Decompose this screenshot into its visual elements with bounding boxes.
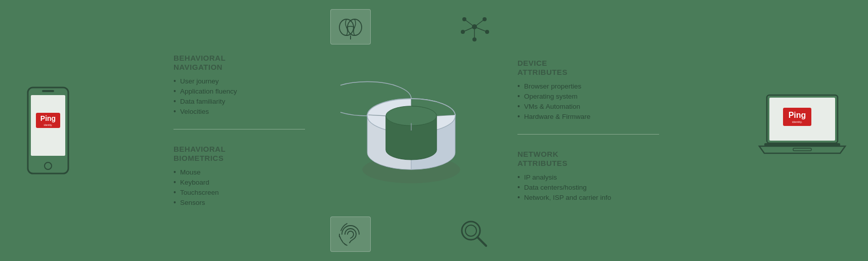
svg-point-30 <box>465 225 476 236</box>
list-item: Touchscreen <box>173 187 305 197</box>
list-item: Operating system <box>517 91 659 101</box>
laptop-device: Ping identity. <box>757 93 848 168</box>
list-item: Keyboard <box>173 177 305 187</box>
device-attributes-list: Browser properties Operating system VMs … <box>517 81 659 121</box>
svg-text:Ping: Ping <box>40 114 56 122</box>
svg-line-19 <box>463 27 474 32</box>
bottom-icons-row <box>315 216 507 252</box>
behavioral-navigation-title: BEHAVIORAL NAVIGATION <box>173 54 305 72</box>
network-attributes-list: IP analysis Data centers/hosting Network… <box>517 172 659 202</box>
right-divider <box>517 134 659 135</box>
list-item: Sensors <box>173 197 305 207</box>
behavioral-biometrics-list: Mouse Keyboard Touchscreen Sensors <box>173 167 305 207</box>
device-attributes-section: DEVICE ATTRIBUTES Browser properties Ope… <box>517 59 659 121</box>
behavioral-biometrics-title: BEHAVIORAL BIOMETRICS <box>173 145 305 163</box>
center-diagram <box>315 39 507 222</box>
list-item: IP analysis <box>517 172 659 182</box>
svg-point-2 <box>45 162 52 169</box>
svg-line-16 <box>474 19 485 27</box>
middle-content: BEHAVIORAL NAVIGATION User journey Appli… <box>76 39 757 222</box>
list-item: Application fluency <box>173 86 305 96</box>
network-attributes-section: NETWORK ATTRIBUTES IP analysis Data cent… <box>517 150 659 202</box>
list-item: User journey <box>173 76 305 86</box>
behavioral-navigation-section: BEHAVIORAL NAVIGATION User journey Appli… <box>173 54 305 116</box>
device-attributes-title: DEVICE ATTRIBUTES <box>517 59 659 77</box>
network-icon <box>457 9 492 45</box>
list-item: Mouse <box>173 167 305 177</box>
list-item: Data centers/hosting <box>517 182 659 192</box>
list-item: Velocities <box>173 106 305 116</box>
list-item: Data familiarity <box>173 96 305 106</box>
brain-icon <box>335 13 366 41</box>
svg-line-20 <box>464 19 474 27</box>
ring-diagram <box>340 60 482 201</box>
phone-icon: Ping identity. <box>23 85 73 176</box>
left-sections: BEHAVIORAL NAVIGATION User journey Appli… <box>173 54 305 207</box>
svg-text:identity.: identity. <box>792 120 803 123</box>
list-item: Hardware & Firmware <box>517 111 659 121</box>
svg-text:Ping: Ping <box>789 111 806 119</box>
list-item: Browser properties <box>517 81 659 91</box>
list-item: Network, ISP and carrier info <box>517 192 659 202</box>
svg-line-17 <box>474 27 487 32</box>
right-sections: DEVICE ATTRIBUTES Browser properties Ope… <box>517 59 659 202</box>
fingerprint-icon-box <box>330 216 371 252</box>
left-divider <box>173 129 305 129</box>
behavioral-biometrics-section: BEHAVIORAL BIOMETRICS Mouse Keyboard Tou… <box>173 145 305 207</box>
ring-svg <box>340 65 482 196</box>
network-attributes-title: NETWORK ATTRIBUTES <box>517 150 659 168</box>
svg-rect-38 <box>793 148 811 151</box>
search-icon <box>457 216 492 252</box>
top-icons-row <box>315 9 507 45</box>
list-item: VMs & Automation <box>517 101 659 111</box>
laptop-icon: Ping identity. <box>757 93 848 168</box>
svg-text:identity.: identity. <box>44 123 53 126</box>
svg-rect-3 <box>42 90 54 92</box>
svg-line-31 <box>478 237 486 246</box>
main-container: Ping identity. BEHAVIORAL NAVIGATION Use… <box>0 0 868 261</box>
behavioral-navigation-list: User journey Application fluency Data fa… <box>173 76 305 116</box>
fingerprint-icon <box>337 221 365 248</box>
brain-icon-box <box>330 9 371 45</box>
phone-device: Ping identity. <box>20 85 76 176</box>
